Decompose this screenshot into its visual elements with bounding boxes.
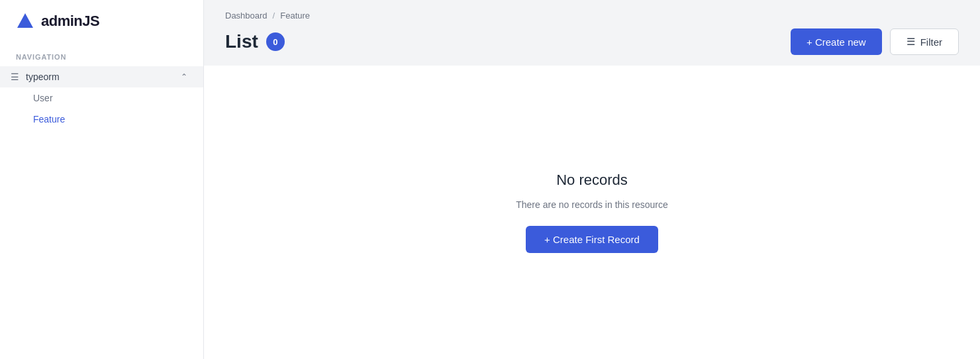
main-content: Dashboard / Feature List 0 + Create new … xyxy=(204,0,980,359)
nav-items-list: User Feature xyxy=(0,87,203,130)
no-records-title: No records xyxy=(556,172,628,189)
logo-icon xyxy=(16,12,34,30)
svg-marker-0 xyxy=(17,13,33,28)
no-records-subtitle: There are no records in this resource xyxy=(516,199,668,210)
breadcrumb-dashboard[interactable]: Dashboard xyxy=(225,11,268,21)
nav-section-label: NAVIGATION xyxy=(0,42,203,66)
nav-group-label: typeorm xyxy=(26,72,60,82)
filter-label: Filter xyxy=(920,36,942,48)
content-area: No records There are no records in this … xyxy=(204,66,980,359)
sidebar-item-feature[interactable]: Feature xyxy=(0,109,203,130)
record-count-badge: 0 xyxy=(266,32,285,51)
page-title: List xyxy=(225,31,258,52)
page-title-wrap: List 0 xyxy=(225,31,285,52)
nav-group-typeorm[interactable]: ☰ typeorm ⌃ xyxy=(0,66,203,87)
filter-button[interactable]: ☰ Filter xyxy=(890,28,959,55)
breadcrumb: Dashboard / Feature xyxy=(204,0,980,26)
logo-text: adminJS xyxy=(41,13,99,30)
filter-icon: ☰ xyxy=(906,36,915,48)
breadcrumb-feature: Feature xyxy=(280,11,310,21)
sidebar: adminJS NAVIGATION ☰ typeorm ⌃ User Feat… xyxy=(0,0,204,359)
nav-group-header-left: ☰ typeorm xyxy=(11,72,60,82)
create-new-button[interactable]: + Create new xyxy=(791,28,882,55)
sidebar-item-user[interactable]: User xyxy=(0,87,203,109)
header-actions: + Create new ☰ Filter xyxy=(791,28,959,55)
chevron-up-icon: ⌃ xyxy=(181,72,187,81)
create-first-record-button[interactable]: + Create First Record xyxy=(526,226,658,253)
breadcrumb-separator: / xyxy=(273,11,275,21)
database-icon: ☰ xyxy=(11,72,19,82)
page-header: List 0 + Create new ☰ Filter xyxy=(204,26,980,66)
logo-area: adminJS xyxy=(0,0,203,42)
